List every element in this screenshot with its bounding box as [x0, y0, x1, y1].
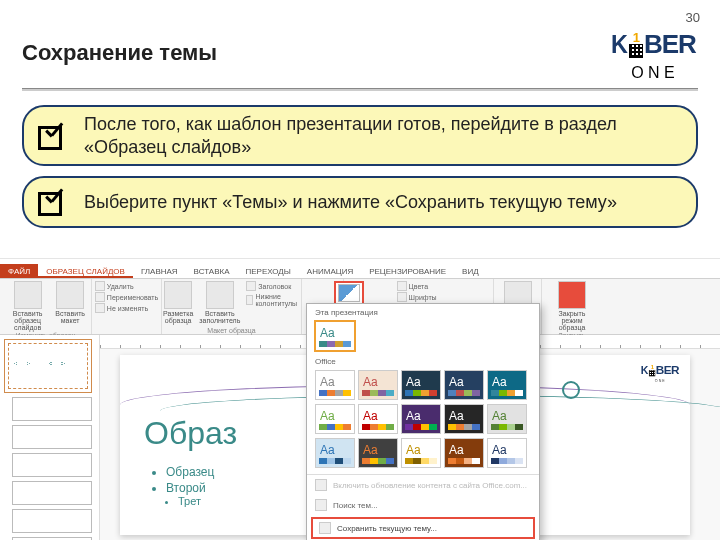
bullet: Второй Трет: [166, 481, 214, 507]
theme-swatch[interactable]: Aa: [315, 438, 355, 468]
theme-swatch[interactable]: Aa: [315, 404, 355, 434]
title-underline: [22, 88, 698, 91]
thumbnail-layout[interactable]: [12, 453, 92, 477]
ribbon-tabbar: ФАЙЛ ОБРАЗЕЦ СЛАЙДОВ ГЛАВНАЯ ВСТАВКА ПЕР…: [0, 259, 720, 279]
callout-1: После того, как шаблон презентации готов…: [22, 105, 698, 166]
master-layout-button[interactable]: Разметка образца: [163, 281, 193, 324]
check-icon: [34, 184, 70, 220]
gallery-option-online-label: Включить обновление контента с сайта Off…: [333, 481, 527, 490]
tab-file[interactable]: ФАЙЛ: [0, 264, 38, 278]
theme-swatch[interactable]: Aa: [444, 438, 484, 468]
screenshot-area: ФАЙЛ ОБРАЗЕЦ СЛАЙДОВ ГЛАВНАЯ ВСТАВКА ПЕР…: [0, 258, 720, 540]
thumbnail-panel: [0, 335, 100, 540]
theme-swatch[interactable]: Aa: [444, 404, 484, 434]
colors-icon: [397, 281, 407, 291]
thumbnail-layout[interactable]: [12, 481, 92, 505]
insert-placeholder-button[interactable]: Вставить заполнитель: [199, 281, 240, 324]
rename-label: Переименовать: [107, 294, 158, 301]
fonts-button[interactable]: Шрифты: [397, 292, 437, 302]
colors-button[interactable]: Цвета: [397, 281, 429, 291]
gallery-option-online: Включить обновление контента с сайта Off…: [307, 475, 539, 495]
theme-swatch[interactable]: Aa: [315, 370, 355, 400]
slide-logo: K 1 BER O N E: [640, 361, 681, 383]
insert-placeholder-label: Вставить заполнитель: [199, 310, 240, 324]
master-layout-label: Разметка образца: [163, 310, 193, 324]
logo-one: 1: [633, 31, 639, 44]
tab-transitions[interactable]: ПЕРЕХОДЫ: [237, 264, 298, 278]
theme-swatch[interactable]: Aa: [487, 370, 527, 400]
title-checkbox-label: Заголовок: [258, 283, 291, 290]
logo: K 1 BER O N E: [608, 24, 698, 82]
qr-icon: [629, 44, 643, 58]
group-master-layout-label: Макет образца: [207, 327, 255, 334]
logo-sub: O N E: [631, 64, 675, 82]
theme-swatch-current[interactable]: Aa: [315, 321, 355, 351]
thumbnail-master[interactable]: [4, 339, 92, 393]
tab-slide-master[interactable]: ОБРАЗЕЦ СЛАЙДОВ: [38, 264, 133, 278]
theme-swatch[interactable]: Aa: [358, 438, 398, 468]
gallery-option-save-label: Сохранить текущую тему...: [337, 524, 437, 533]
tab-view[interactable]: ВИД: [454, 264, 487, 278]
close-master-button[interactable]: Закрыть режим образца: [548, 281, 596, 331]
theme-swatch[interactable]: Aa: [358, 404, 398, 434]
delete-icon: [95, 281, 105, 291]
gallery-section-office: Office: [307, 353, 539, 368]
bullet: Трет: [178, 495, 214, 507]
fonts-icon: [397, 292, 407, 302]
preserve-icon: [95, 303, 105, 313]
qr-icon: [649, 370, 655, 376]
check-icon: [34, 118, 70, 154]
tab-animation[interactable]: АНИМАЦИЯ: [299, 264, 361, 278]
footers-checkbox-label: Нижние колонтитулы: [255, 293, 300, 307]
footers-checkbox[interactable]: Нижние колонтитулы: [246, 293, 300, 307]
refresh-icon: [315, 479, 327, 491]
close-master-label: Закрыть режим образца: [548, 310, 596, 331]
rename-button[interactable]: Переименовать: [95, 292, 158, 302]
gallery-option-browse[interactable]: Поиск тем...: [307, 495, 539, 515]
theme-swatch[interactable]: Aa: [487, 404, 527, 434]
theme-swatch[interactable]: Aa: [444, 370, 484, 400]
callout-2: Выберите пункт «Темы» и нажмите «Сохрани…: [22, 176, 698, 228]
theme-swatch[interactable]: Aa: [401, 438, 441, 468]
themes-gallery-dropdown: Эта презентация Aa Office Aa Aa Aa Aa Aa…: [306, 303, 540, 540]
placeholder-icon: [206, 281, 234, 309]
slide-layout-icon: [56, 281, 84, 309]
checkbox-icon: [246, 281, 256, 291]
checkbox-icon: [246, 295, 253, 305]
page-title: Сохранение темы: [22, 40, 217, 66]
logo-sub: O N E: [655, 379, 665, 383]
insert-master-button[interactable]: Вставить образец слайдов: [6, 281, 49, 331]
delete-label: Удалить: [107, 283, 134, 290]
logo-k: K: [611, 29, 627, 60]
thumbnail-layout[interactable]: [12, 509, 92, 533]
theme-swatch[interactable]: Aa: [401, 370, 441, 400]
preserve-label: Не изменять: [107, 305, 148, 312]
gallery-section-current: Эта презентация: [307, 304, 539, 319]
theme-swatch[interactable]: Aa: [401, 404, 441, 434]
thumbnail-layout[interactable]: [12, 397, 92, 421]
save-icon: [319, 522, 331, 534]
delete-button[interactable]: Удалить: [95, 281, 134, 291]
callout-1-text: После того, как шаблон презентации готов…: [84, 113, 678, 158]
slide-title-placeholder: Образ: [144, 415, 237, 452]
fonts-label: Шрифты: [409, 294, 437, 301]
themes-icon: [338, 284, 360, 302]
colors-label: Цвета: [409, 283, 429, 290]
tab-review[interactable]: РЕЦЕНЗИРОВАНИЕ: [361, 264, 454, 278]
rename-icon: [95, 292, 105, 302]
title-checkbox[interactable]: Заголовок: [246, 281, 300, 291]
gallery-option-save-theme[interactable]: Сохранить текущую тему...: [311, 517, 535, 539]
slide-master-icon: [14, 281, 42, 309]
theme-swatch[interactable]: Aa: [358, 370, 398, 400]
callout-2-text: Выберите пункт «Темы» и нажмите «Сохрани…: [84, 191, 617, 214]
tab-home[interactable]: ГЛАВНАЯ: [133, 264, 186, 278]
decorative-circle: [562, 381, 580, 399]
slide-body-placeholder: Образец Второй Трет: [154, 465, 214, 509]
theme-swatch[interactable]: Aa: [487, 438, 527, 468]
preserve-button[interactable]: Не изменять: [95, 303, 148, 313]
thumbnail-layout[interactable]: [12, 425, 92, 449]
tab-insert[interactable]: ВСТАВКА: [186, 264, 238, 278]
bullet: Образец: [166, 465, 214, 479]
page-number: 30: [686, 10, 700, 25]
insert-layout-button[interactable]: Вставить макет: [55, 281, 85, 331]
